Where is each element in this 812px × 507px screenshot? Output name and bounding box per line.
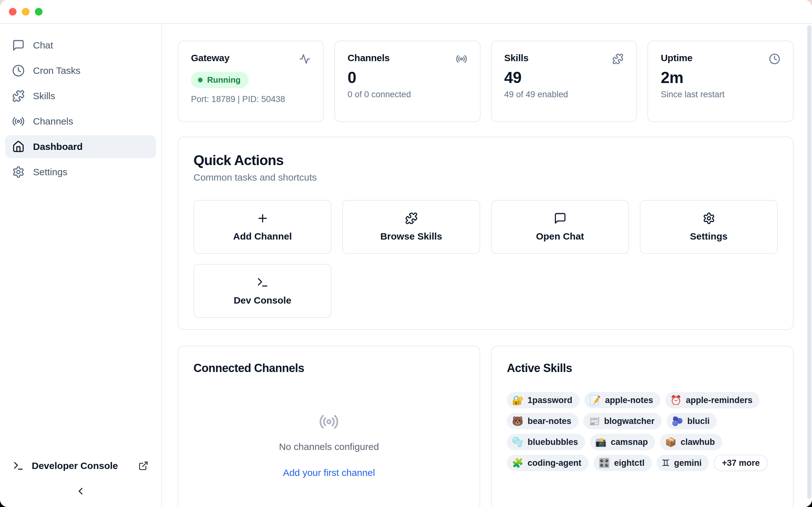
sidebar: Chat Cron Tasks Skills Channels Dashboar… [0,24,162,507]
bottom-section: Connected Channels No channels configure… [177,346,794,507]
skill-chips: 🔐 1password 📝 apple-notes ⏰ apple-remind… [507,392,778,471]
stat-value: 2m [661,69,780,87]
connected-channels-card: Connected Channels No channels configure… [177,346,480,507]
skill-name: coding-agent [527,458,581,468]
quick-action-button-settings[interactable]: Settings [640,200,778,254]
skill-chip-apple-notes[interactable]: 📝 apple-notes [584,392,660,408]
quick-action-label: Open Chat [536,231,584,242]
skill-name: apple-notes [605,395,653,405]
plus-icon [256,212,269,225]
skill-emoji: 🔐 [512,396,523,405]
titlebar [0,0,812,24]
stat-card-title: Uptime [661,53,693,63]
skill-chip-blucli[interactable]: 🫐 blucli [666,413,717,429]
status-badge-label: Running [207,75,241,85]
quick-action-label: Add Channel [233,231,292,242]
skill-chip-coding-agent[interactable]: 🧩 coding-agent [507,455,589,471]
add-first-channel-link[interactable]: Add your first channel [283,467,375,478]
stat-card-title: Channels [348,53,390,63]
quick-actions-grid: Add Channel Browse Skills Open Chat Sett… [194,200,778,318]
sidebar-item-label: Dashboard [33,141,83,152]
skill-emoji: 🫐 [671,417,683,426]
stat-card-title: Skills [504,53,529,63]
sidebar-item-chat[interactable]: Chat [5,34,156,57]
screen: Chat Cron Tasks Skills Channels Dashboar… [0,0,812,507]
skill-chip-apple-reminders[interactable]: ⏰ apple-reminders [665,392,760,408]
sidebar-collapse-button[interactable] [70,482,91,501]
puzzle-icon [12,90,25,102]
active-skills-card: Active Skills 🔐 1password 📝 apple-notes … [491,346,794,507]
skill-chip-clawhub[interactable]: 📦 clawhub [660,434,722,450]
app-window: Chat Cron Tasks Skills Channels Dashboar… [0,0,812,507]
skill-chip-bear-notes[interactable]: 🐻 bear-notes [507,413,578,429]
minimize-button[interactable] [22,8,30,15]
stat-card: Uptime 2m Since last restart [647,41,794,122]
channels-empty-state: No channels configured Add your first ch… [194,412,464,478]
puzzle-icon [612,53,623,65]
traffic-lights [9,8,43,15]
chat-icon [12,39,25,52]
skill-chip-camsnap[interactable]: 📸 camsnap [590,434,655,450]
quick-action-button-add-channel[interactable]: Add Channel [194,200,332,254]
stat-value: 49 [504,69,624,87]
skill-chip-eightctl[interactable]: 🎛️ eightctl [594,455,652,471]
quick-action-label: Dev Console [234,295,292,306]
skill-name: bluebubbles [527,437,578,447]
sidebar-item-settings[interactable]: Settings [5,161,156,183]
skill-emoji: 🫧 [512,438,523,447]
sidebar-item-label: Cron Tasks [33,65,81,76]
skill-chip-bluebubbles[interactable]: 🫧 bluebubbles [507,434,585,450]
zoom-button[interactable] [35,8,43,15]
stat-subtext: Port: 18789 | PID: 50438 [191,95,310,104]
skill-name: blogwatcher [604,416,654,426]
stat-subtext: Since last restart [661,90,780,100]
vertical-scrollbar-thumb[interactable] [807,25,811,499]
sidebar-item-label: Skills [33,91,55,101]
quick-actions-subtitle: Common tasks and shortcuts [194,172,778,183]
external-link-icon[interactable] [138,461,148,471]
skill-name: eightctl [614,458,645,468]
skill-chip-gemini[interactable]: ♊ gemini [657,455,709,471]
stat-subtext: 49 of 49 enabled [504,90,624,100]
more-skills-chip[interactable]: +37 more [714,455,768,471]
skill-name: bear-notes [527,416,571,426]
skill-name: clawhub [681,437,715,447]
skill-emoji: ♊ [662,458,670,468]
sidebar-item-cron-tasks[interactable]: Cron Tasks [5,59,156,82]
skill-emoji: 📦 [665,438,676,447]
active-skills-title: Active Skills [507,361,778,375]
quick-action-button-open-chat[interactable]: Open Chat [491,200,629,254]
skill-name: camsnap [611,437,648,447]
close-button[interactable] [9,8,16,15]
activity-icon [299,53,310,65]
skill-name: 1password [527,395,572,405]
sidebar-item-skills[interactable]: Skills [5,84,156,107]
sidebar-item-dashboard[interactable]: Dashboard [5,135,156,158]
terminal-icon [13,460,24,471]
status-badge: Running [191,72,249,88]
terminal-icon [256,276,269,289]
skill-chip-blogwatcher[interactable]: 📰 blogwatcher [583,413,662,429]
skill-name: blucli [687,416,710,426]
connected-channels-title: Connected Channels [194,361,464,375]
puzzle-icon [405,212,418,225]
skill-emoji: 🧩 [512,458,523,468]
skill-chip-1password[interactable]: 🔐 1password [507,392,579,408]
quick-action-button-dev-console[interactable]: Dev Console [194,264,332,318]
chat-icon [554,212,566,225]
developer-console-label: Developer Console [32,460,118,471]
stat-card: Channels 0 0 of 0 connected [334,41,480,122]
stat-cards: Gateway Running Port: 18789 | PID: 50438 [177,41,794,122]
stat-subtext: 0 of 0 connected [348,90,467,100]
radio-icon [319,412,339,432]
sidebar-item-channels[interactable]: Channels [5,110,156,133]
skill-emoji: 📸 [595,438,606,447]
skill-emoji: ⏰ [670,396,681,405]
quick-action-button-browse-skills[interactable]: Browse Skills [342,200,480,254]
sidebar-item-label: Settings [33,167,67,177]
quick-actions-title: Quick Actions [194,153,778,168]
clock-icon [769,53,780,65]
skill-emoji: 🐻 [512,417,523,426]
developer-console-row[interactable]: Developer Console [5,454,156,477]
skill-emoji: 📝 [589,396,601,405]
